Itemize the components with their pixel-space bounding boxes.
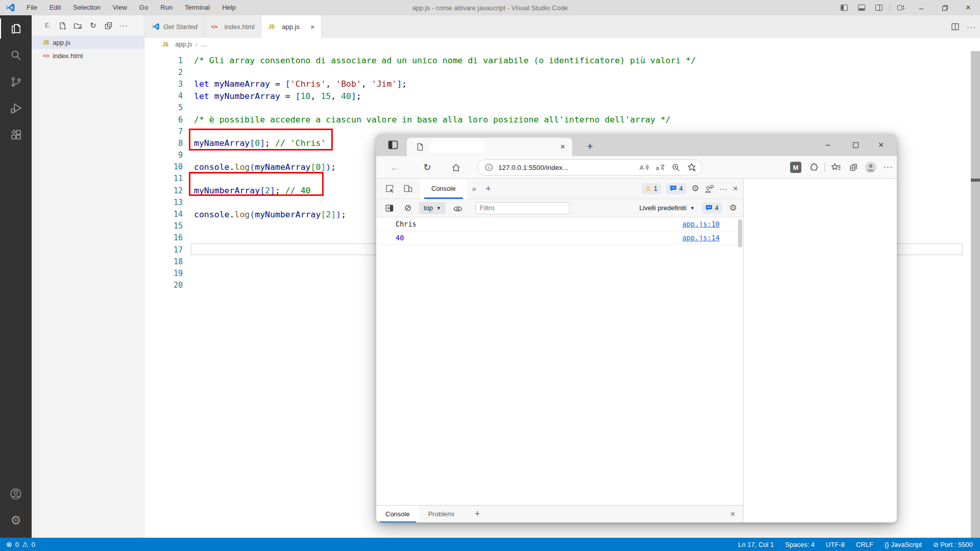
url-text[interactable]: 127.0.0.1:5500/index...: [498, 164, 568, 171]
favorites-star-icon[interactable]: [687, 163, 697, 172]
code-line-4[interactable]: 4let myNumberArray = [10, 15, 40];: [144, 90, 970, 102]
vertical-tabs-icon[interactable]: [387, 139, 399, 151]
account-icon[interactable]: [0, 481, 32, 507]
editor-scrollbar[interactable]: [971, 51, 980, 538]
code-line-6[interactable]: 6/* è possibile accedere a ciascun valor…: [144, 114, 970, 126]
collections-icon[interactable]: [845, 159, 862, 176]
breadcrumb[interactable]: JS app.js › …: [144, 38, 980, 51]
status-item-0[interactable]: Ln 17, Col 1: [738, 541, 774, 548]
back-icon[interactable]: ←: [387, 160, 403, 175]
edge-close-button[interactable]: ×: [869, 134, 893, 156]
run-debug-icon[interactable]: [0, 95, 32, 121]
address-bar[interactable]: 127.0.0.1:5500/index... A a: [477, 159, 702, 176]
line-number[interactable]: 1: [144, 56, 183, 65]
file-item-index.html[interactable]: <>index.html: [32, 49, 144, 62]
extensions-puzzle-icon[interactable]: [804, 159, 822, 176]
line-number[interactable]: 20: [144, 281, 183, 290]
tab-app-js[interactable]: JSapp.js×: [261, 15, 322, 38]
line-number[interactable]: 19: [144, 269, 183, 278]
line-number[interactable]: 17: [144, 245, 183, 255]
line-number[interactable]: 14: [144, 210, 183, 219]
editor-more-icon[interactable]: ···: [967, 22, 976, 31]
line-content[interactable]: console.log(myNameArray[0]);: [194, 162, 336, 172]
vscode-restore-button[interactable]: [933, 0, 957, 15]
m-extension-icon[interactable]: M: [787, 159, 804, 176]
toggle-panel-icon[interactable]: [853, 0, 870, 15]
status-item-4[interactable]: {} JavaScript: [885, 541, 922, 548]
devtools-settings-icon[interactable]: ⚙: [692, 183, 699, 194]
profile-avatar[interactable]: [862, 159, 879, 176]
home-icon[interactable]: [448, 160, 463, 175]
line-number[interactable]: 15: [144, 221, 183, 231]
translate-icon[interactable]: a: [656, 163, 665, 171]
console-source-link[interactable]: app.js:14: [682, 234, 720, 242]
device-toolbar-icon[interactable]: [399, 180, 417, 198]
code-line-3[interactable]: 3let myNameArray = ['Chris', 'Bob', 'Jim…: [144, 78, 970, 90]
vscode-close-button[interactable]: ×: [957, 0, 980, 15]
line-number[interactable]: 4: [144, 91, 183, 101]
tab-index-html[interactable]: <>index.html: [204, 15, 261, 38]
console-sidebar-icon[interactable]: [380, 199, 399, 217]
status-item-2[interactable]: UTF-8: [826, 541, 845, 548]
line-content[interactable]: let myNumberArray = [10, 15, 40];: [194, 91, 361, 101]
new-tab-icon[interactable]: +: [582, 139, 598, 154]
drawer-close-icon[interactable]: ×: [730, 510, 743, 519]
status-item-1[interactable]: Spaces: 4: [785, 541, 815, 548]
devtools-close-icon[interactable]: ×: [733, 184, 738, 194]
menu-selection[interactable]: Selection: [67, 0, 106, 15]
search-icon[interactable]: [0, 42, 32, 68]
status-item-5[interactable]: ⊘ Port : 5500: [933, 541, 973, 548]
menu-run[interactable]: Run: [154, 0, 179, 15]
page-content-blank[interactable]: [744, 179, 897, 522]
clear-console-icon[interactable]: ⊘: [399, 199, 417, 217]
issues-counter-badge[interactable]: 4: [702, 203, 722, 214]
tab-close-icon[interactable]: ×: [560, 142, 565, 152]
explorer-more-icon[interactable]: ···: [118, 20, 129, 31]
line-number[interactable]: 6: [144, 115, 183, 124]
drawer-tab-problemi[interactable]: Problemi: [419, 506, 463, 523]
line-number[interactable]: 8: [144, 139, 183, 148]
source-control-icon[interactable]: [0, 68, 32, 95]
line-number[interactable]: 10: [144, 162, 183, 171]
read-aloud-icon[interactable]: A: [640, 163, 649, 171]
refresh-icon[interactable]: ↻: [420, 160, 435, 175]
line-content[interactable]: console.log(myNumberArray[2]);: [194, 210, 346, 219]
line-content[interactable]: let myNameArray = ['Chris', 'Bob', 'Jim'…: [194, 79, 407, 89]
favorites-bar-icon[interactable]: [827, 159, 845, 176]
toggle-primary-sidebar-icon[interactable]: [836, 0, 853, 15]
code-line-1[interactable]: 1/* Gli array consentono di associare ad…: [144, 55, 970, 66]
context-selector[interactable]: top▼: [419, 202, 446, 214]
console-source-link[interactable]: app.js:10: [682, 220, 720, 228]
drawer-tab-console[interactable]: Console: [376, 506, 419, 523]
menu-go[interactable]: Go: [133, 0, 154, 15]
add-tab-icon[interactable]: +: [485, 183, 491, 194]
line-number[interactable]: 18: [144, 257, 183, 266]
breadcrumb-more[interactable]: …: [201, 41, 207, 48]
line-number[interactable]: 13: [144, 198, 183, 207]
code-line-2[interactable]: 2: [144, 66, 970, 78]
toggle-secondary-sidebar-icon[interactable]: [870, 0, 888, 15]
problems-status[interactable]: ⊗ 0 ⚠ 0: [0, 540, 35, 548]
devtools-console-tab[interactable]: Console: [420, 179, 467, 199]
explorer-icon[interactable]: [0, 15, 32, 42]
line-number[interactable]: 12: [144, 186, 183, 195]
line-number[interactable]: 7: [144, 127, 183, 136]
menu-view[interactable]: View: [107, 0, 133, 15]
site-info-icon[interactable]: [485, 163, 493, 171]
zoom-icon[interactable]: [672, 163, 680, 172]
drawer-add-icon[interactable]: +: [475, 509, 480, 519]
menu-edit[interactable]: Edit: [43, 0, 67, 15]
customize-layout-icon[interactable]: [892, 0, 910, 15]
split-editor-icon[interactable]: [951, 22, 960, 31]
menu-help[interactable]: Help: [216, 0, 242, 15]
file-item-app.js[interactable]: JSapp.js: [32, 36, 144, 49]
devtools-feedback-icon[interactable]: [704, 184, 714, 193]
line-number[interactable]: 9: [144, 151, 183, 160]
refresh-explorer-icon[interactable]: ↻: [87, 20, 99, 31]
console-settings-icon[interactable]: ⚙: [729, 203, 737, 213]
edge-maximize-button[interactable]: [844, 134, 867, 156]
live-expression-eye-icon[interactable]: [449, 199, 467, 217]
breadcrumb-file[interactable]: app.js: [175, 41, 192, 48]
line-content[interactable]: /* è possibile accedere a ciascun valore…: [194, 115, 671, 124]
code-line-5[interactable]: 5: [144, 102, 970, 114]
